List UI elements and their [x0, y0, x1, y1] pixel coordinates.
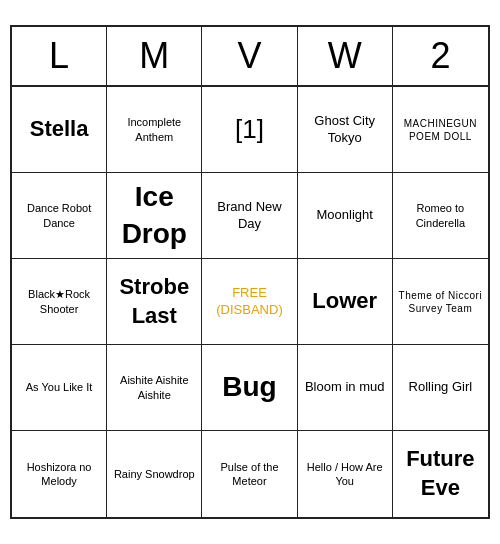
- cell-1: Incomplete Anthem: [107, 87, 202, 173]
- cell-22: Pulse of the Meteor: [202, 431, 297, 517]
- cell-text-4: MACHINEGUN POEM DOLL: [397, 117, 484, 143]
- cell-text-22: Pulse of the Meteor: [206, 460, 292, 489]
- cell-9: Romeo to Cinderella: [393, 173, 488, 259]
- cell-4: MACHINEGUN POEM DOLL: [393, 87, 488, 173]
- cell-text-16: Aishite Aishite Aishite: [111, 373, 197, 402]
- cell-6: Ice Drop: [107, 173, 202, 259]
- cell-text-2: [1]: [235, 113, 264, 147]
- cell-18: Bloom in mud: [298, 345, 393, 431]
- cell-text-11: Strobe Last: [111, 273, 197, 330]
- cell-text-6: Ice Drop: [111, 179, 197, 252]
- cell-12: FREE (DISBAND): [202, 259, 297, 345]
- cell-20: Hoshizora no Melody: [12, 431, 107, 517]
- header-col-m: M: [107, 27, 202, 85]
- cell-24: Future Eve: [393, 431, 488, 517]
- header-col-l: L: [12, 27, 107, 85]
- cell-7: Brand New Day: [202, 173, 297, 259]
- cell-text-20: Hoshizora no Melody: [16, 460, 102, 489]
- cell-text-17: Bug: [222, 369, 276, 405]
- cell-text-14: Theme of Niccori Survey Team: [397, 289, 484, 315]
- cell-text-15: As You Like It: [26, 380, 93, 394]
- cell-text-21: Rainy Snowdrop: [114, 467, 195, 481]
- cell-text-23: Hello / How Are You: [302, 460, 388, 489]
- cell-text-10: Black★Rock Shooter: [16, 287, 102, 316]
- bingo-card: LMVW2 StellaIncomplete Anthem[1]Ghost Ci…: [10, 25, 490, 519]
- header-col-2: 2: [393, 27, 488, 85]
- cell-13: Lower: [298, 259, 393, 345]
- cell-text-24: Future Eve: [397, 445, 484, 502]
- cell-text-1: Incomplete Anthem: [111, 115, 197, 144]
- cell-21: Rainy Snowdrop: [107, 431, 202, 517]
- cell-text-19: Rolling Girl: [409, 379, 473, 396]
- cell-17: Bug: [202, 345, 297, 431]
- cell-14: Theme of Niccori Survey Team: [393, 259, 488, 345]
- cell-text-18: Bloom in mud: [305, 379, 384, 396]
- cell-text-9: Romeo to Cinderella: [397, 201, 484, 230]
- header-col-v: V: [202, 27, 297, 85]
- cell-text-7: Brand New Day: [206, 199, 292, 233]
- cell-text-8: Moonlight: [317, 207, 373, 224]
- cell-19: Rolling Girl: [393, 345, 488, 431]
- cell-text-3: Ghost City Tokyo: [302, 113, 388, 147]
- cell-text-12: FREE (DISBAND): [206, 285, 292, 319]
- cell-0: Stella: [12, 87, 107, 173]
- cell-3: Ghost City Tokyo: [298, 87, 393, 173]
- cell-5: Dance Robot Dance: [12, 173, 107, 259]
- cell-text-0: Stella: [30, 115, 89, 144]
- cell-2: [1]: [202, 87, 297, 173]
- cell-10: Black★Rock Shooter: [12, 259, 107, 345]
- cell-11: Strobe Last: [107, 259, 202, 345]
- cell-8: Moonlight: [298, 173, 393, 259]
- cell-23: Hello / How Are You: [298, 431, 393, 517]
- grid: StellaIncomplete Anthem[1]Ghost City Tok…: [12, 87, 488, 517]
- header-col-w: W: [298, 27, 393, 85]
- cell-16: Aishite Aishite Aishite: [107, 345, 202, 431]
- cell-text-13: Lower: [312, 287, 377, 316]
- cell-15: As You Like It: [12, 345, 107, 431]
- header-row: LMVW2: [12, 27, 488, 87]
- cell-text-5: Dance Robot Dance: [16, 201, 102, 230]
